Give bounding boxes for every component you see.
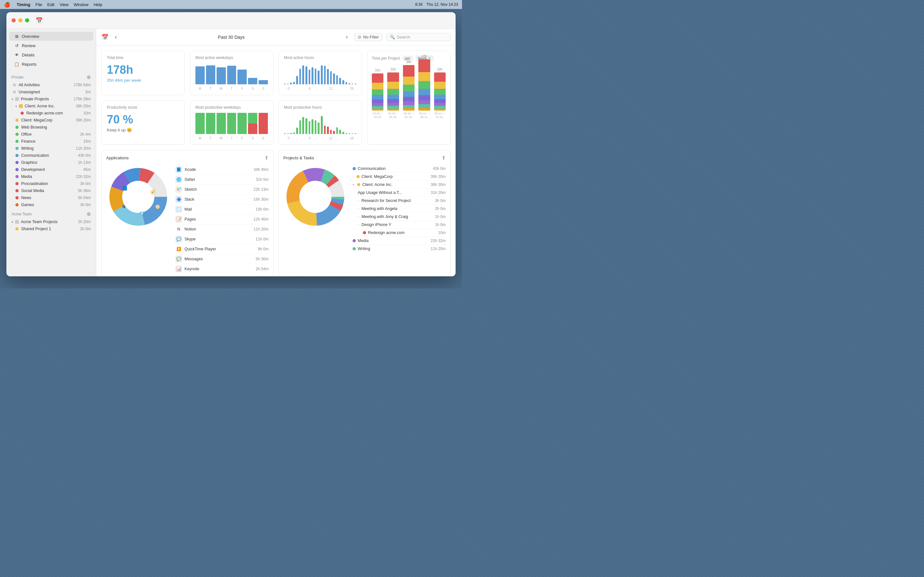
hour-bar-21 xyxy=(349,83,351,84)
sidebar-item-communication[interactable]: Communication 43h 0m xyxy=(6,152,96,159)
proj-chevron[interactable]: › xyxy=(358,223,359,227)
proj-chevron[interactable]: ▾ xyxy=(352,183,355,187)
sidebar-item-shared-project[interactable]: Shared Project 1 2h 0m xyxy=(6,226,96,232)
app-icon: ✉️ xyxy=(176,206,182,213)
proj-chevron[interactable]: › xyxy=(352,175,354,179)
app-window: 📅 ⊞ Overview ↺ Review 👁 Details 📋 xyxy=(6,12,456,276)
sidebar-item-web-browsing[interactable]: Web Browsing xyxy=(6,124,96,131)
filter-button[interactable]: ⊙ No Filter xyxy=(354,33,383,41)
app-time: 11h 0m xyxy=(256,237,268,242)
app-list-item: 📊Keynote2h 54m xyxy=(176,264,268,274)
sidebar-item-news[interactable]: News 5h 54m xyxy=(6,194,96,201)
next-period-button[interactable]: › xyxy=(343,32,351,42)
sidebar-item-client-acme[interactable]: ▾ Client: Acme Inc. 38h 20m xyxy=(6,103,96,110)
menu-file[interactable]: File xyxy=(35,2,42,7)
bottom-section: Applications ⬆ xyxy=(102,150,451,276)
proj-chevron[interactable]: › xyxy=(358,215,359,219)
prod-hour-bar-20 xyxy=(346,133,347,134)
private-projects-label: Private Projects xyxy=(21,97,49,101)
news-label: News xyxy=(21,195,75,200)
add-private-button[interactable]: ⊕ xyxy=(87,74,91,80)
sidebar-item-review[interactable]: ↺ Review xyxy=(9,41,94,50)
media-time: 22h 32m xyxy=(76,174,91,179)
proj-list-item: Redesign acme.com10m xyxy=(352,229,446,237)
close-button[interactable] xyxy=(11,18,16,23)
app-time: 5h 30m xyxy=(256,257,268,261)
app-time: 12h 40m xyxy=(254,217,268,221)
app-name: Skype xyxy=(184,237,253,242)
sidebar-item-client-megacorp[interactable]: Client: MegaCorp 39h 20m xyxy=(6,117,96,124)
sidebar: ⊞ Overview ↺ Review 👁 Details 📋 Reports xyxy=(6,29,96,276)
productive-bar-green-T xyxy=(227,113,236,134)
hour-bar-14 xyxy=(327,69,329,84)
productive-hours-labels: 0 6 12 18 xyxy=(284,137,357,140)
add-acme-team-button[interactable]: ⊕ xyxy=(87,211,91,217)
sidebar-item-graphics[interactable]: Graphics 1h 13m xyxy=(6,159,96,166)
calendar-icon: 📅 xyxy=(36,17,43,24)
sidebar-item-development[interactable]: Development 45m xyxy=(6,166,96,173)
unassigned-time: 5m xyxy=(86,90,91,94)
projects-donut-svg xyxy=(283,165,347,229)
stacked-col-0: 31h13.10. – 18.10. xyxy=(372,69,383,119)
sidebar-item-office[interactable]: Office 2h 4m xyxy=(6,131,96,138)
stacked-col-4: 32h09.11. – 12.11. xyxy=(434,68,446,119)
maximize-button[interactable] xyxy=(25,18,29,23)
applications-share-button[interactable]: ⬆ xyxy=(264,155,268,161)
svg-text:N: N xyxy=(123,205,126,209)
sidebar-item-reports[interactable]: 📋 Reports xyxy=(9,60,94,69)
hour-bar-7 xyxy=(305,66,307,84)
app-list-item: 📘Xcode34h 45m xyxy=(176,165,268,175)
writing-time: 11h 20m xyxy=(76,146,91,151)
main-content: 📅 ‹ Past 30 Days › ⊙ No Filter 🔍 Search … xyxy=(96,29,456,276)
apple-menu[interactable]: 🍎 xyxy=(4,2,10,8)
menu-window[interactable]: Window xyxy=(74,2,89,7)
app-name: Mail xyxy=(184,207,253,211)
sidebar-nav: ⊞ Overview ↺ Review 👁 Details 📋 Reports xyxy=(6,29,96,71)
most-productive-hours-card: Most productive hours 0 6 12 18 xyxy=(278,100,362,145)
sidebar-item-redesign-acme[interactable]: Redesign acme.com 10m xyxy=(6,110,96,117)
overview-grid: Total time 178h 35h 46m per week Most ac… xyxy=(96,45,456,276)
sidebar-item-media[interactable]: Media 22h 32m xyxy=(6,173,96,180)
sidebar-item-writing[interactable]: Writing 11h 20m xyxy=(6,145,96,152)
menubar: 🍎 Timing File Edit View Window Help 8:34… xyxy=(0,0,462,9)
sidebar-item-all-activities[interactable]: All Activities 178h 54m xyxy=(6,81,96,89)
productive-bar-green-M xyxy=(195,113,205,134)
app-name[interactable]: Timing xyxy=(17,2,30,7)
sidebar-item-procrastination[interactable]: Procrastination 3h 0m xyxy=(6,180,96,187)
most-active-hours-card: Most active hours 0 6 12 18 xyxy=(278,51,362,95)
proj-chevron[interactable]: › xyxy=(358,207,359,211)
sidebar-item-acme-team-projects[interactable]: ▾ Acme Team Projects 2h 20m xyxy=(6,218,96,226)
projects-share-button[interactable]: ⬆ xyxy=(441,155,446,161)
sidebar-item-games[interactable]: Games 3h 0m xyxy=(6,201,96,208)
app-name: Xcode xyxy=(184,167,251,172)
proj-time: 43h 0m xyxy=(433,166,446,171)
sidebar-item-details[interactable]: 👁 Details xyxy=(9,50,94,59)
redesign-acme-label: Redesign acme.com xyxy=(26,111,81,115)
calendar-view-icon[interactable]: 📅 xyxy=(102,34,108,41)
per-tag[interactable]: per xyxy=(403,56,413,61)
development-time: 45m xyxy=(83,167,91,172)
sidebar-item-overview[interactable]: ⊞ Overview xyxy=(9,32,94,41)
sidebar-item-finance[interactable]: Finance 15m xyxy=(6,138,96,145)
minimize-button[interactable] xyxy=(18,18,23,23)
menu-help[interactable]: Help xyxy=(94,2,102,7)
sidebar-item-private-projects[interactable]: ▾ Private Projects 176h 29m xyxy=(6,95,96,103)
office-label: Office xyxy=(21,132,78,137)
social-media-time: 5h 36m xyxy=(78,189,91,193)
svg-text:💎: 💎 xyxy=(139,211,144,215)
productive-bar-red-S xyxy=(248,123,257,134)
proj-chevron[interactable]: › xyxy=(358,199,359,203)
app-icon: 💎 xyxy=(176,186,182,193)
previous-period-button[interactable]: ‹ xyxy=(112,32,120,42)
sidebar-item-unassigned[interactable]: Unassigned 5m xyxy=(6,89,96,95)
news-time: 5h 54m xyxy=(78,195,91,200)
menu-view[interactable]: View xyxy=(60,2,69,7)
app-name: Notion xyxy=(184,227,251,231)
app-body: ⊞ Overview ↺ Review 👁 Details 📋 Reports xyxy=(6,29,456,276)
sidebar-item-social-media[interactable]: Social Media 5h 36m xyxy=(6,187,96,194)
proj-list-item: ›Design iPhone Y1h 0m xyxy=(352,221,446,229)
office-time: 2h 4m xyxy=(80,132,91,137)
applications-card: Applications ⬆ xyxy=(102,150,273,276)
menu-edit[interactable]: Edit xyxy=(47,2,54,7)
search-box[interactable]: 🔍 Search xyxy=(386,33,451,41)
